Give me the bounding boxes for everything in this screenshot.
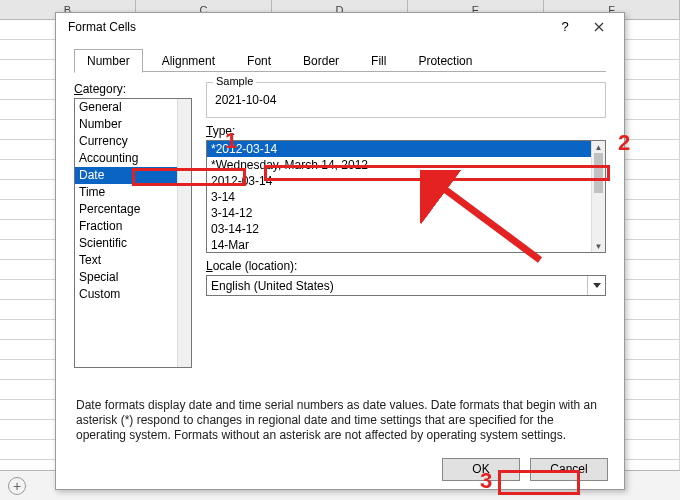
category-item[interactable]: Text: [75, 252, 191, 269]
category-listbox[interactable]: GeneralNumberCurrencyAccountingDateTimeP…: [74, 98, 192, 368]
type-item[interactable]: 2012-03-14: [207, 173, 605, 189]
number-pane: Category: GeneralNumberCurrencyAccountin…: [56, 72, 624, 449]
close-button[interactable]: [582, 14, 616, 40]
cancel-button[interactable]: Cancel: [530, 458, 608, 481]
type-listbox[interactable]: *2012-03-14*Wednesday, March 14, 2012201…: [206, 140, 606, 253]
type-scrollbar[interactable]: ▲▼: [591, 141, 605, 252]
category-item[interactable]: Custom: [75, 286, 191, 303]
type-item[interactable]: 3-14-12: [207, 205, 605, 221]
sample-group: Sample 2021-10-04: [206, 82, 606, 118]
type-item[interactable]: *2012-03-14: [207, 141, 605, 157]
locale-value: English (United States): [211, 279, 334, 293]
locale-label: Locale (location):: [206, 259, 606, 273]
dialog-button-row: OK Cancel: [56, 449, 624, 489]
category-item[interactable]: Date: [75, 167, 191, 184]
tab-protection[interactable]: Protection: [405, 49, 485, 73]
tab-strip: NumberAlignmentFontBorderFillProtection: [56, 40, 624, 72]
tab-number[interactable]: Number: [74, 49, 143, 73]
format-cells-dialog: Format Cells ? NumberAlignmentFontBorder…: [55, 12, 625, 490]
add-sheet-button[interactable]: +: [8, 477, 26, 495]
sample-label: Sample: [213, 75, 256, 87]
format-description: Date formats display date and time seria…: [74, 398, 606, 443]
type-item[interactable]: 14-Mar: [207, 237, 605, 253]
locale-dropdown[interactable]: English (United States): [206, 275, 606, 296]
category-item[interactable]: Fraction: [75, 218, 191, 235]
category-item[interactable]: Currency: [75, 133, 191, 150]
sample-value: 2021-10-04: [215, 93, 597, 107]
category-item[interactable]: Time: [75, 184, 191, 201]
category-item[interactable]: Special: [75, 269, 191, 286]
dialog-title: Format Cells: [64, 20, 548, 34]
tab-alignment[interactable]: Alignment: [149, 49, 228, 73]
tab-font[interactable]: Font: [234, 49, 284, 73]
dialog-titlebar: Format Cells ?: [56, 13, 624, 40]
tab-border[interactable]: Border: [290, 49, 352, 73]
ok-button[interactable]: OK: [442, 458, 520, 481]
category-item[interactable]: Accounting: [75, 150, 191, 167]
close-icon: [594, 22, 604, 32]
type-item[interactable]: *Wednesday, March 14, 2012: [207, 157, 605, 173]
category-item[interactable]: Scientific: [75, 235, 191, 252]
type-item[interactable]: 3-14: [207, 189, 605, 205]
type-label: Type:: [206, 124, 606, 138]
tab-fill[interactable]: Fill: [358, 49, 399, 73]
type-item[interactable]: 03-14-12: [207, 221, 605, 237]
category-item[interactable]: General: [75, 99, 191, 116]
chevron-down-icon: [587, 276, 605, 295]
category-label: Category:: [74, 82, 192, 96]
category-item[interactable]: Percentage: [75, 201, 191, 218]
category-item[interactable]: Number: [75, 116, 191, 133]
category-scrollbar[interactable]: [177, 99, 191, 367]
help-button[interactable]: ?: [548, 14, 582, 40]
